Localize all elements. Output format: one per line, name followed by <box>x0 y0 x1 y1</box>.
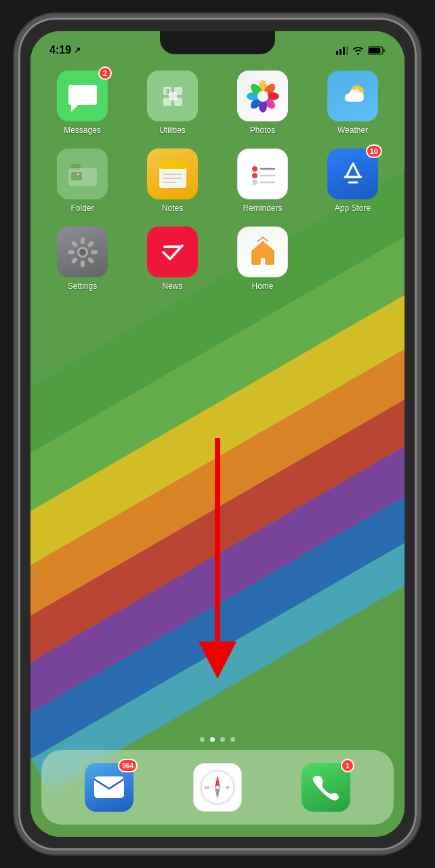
svg-rect-54 <box>87 240 94 248</box>
phone-icon: 1 <box>302 763 350 812</box>
svg-rect-35 <box>71 172 82 180</box>
settings-label: Settings <box>68 281 97 291</box>
dock-mail[interactable]: 964 <box>85 763 133 812</box>
app-messages[interactable]: 2 Messages <box>44 71 121 135</box>
dock-phone[interactable]: 1 <box>302 763 350 812</box>
phone-frame: 4:19 ↗ <box>14 14 421 854</box>
news-label: News <box>162 281 182 291</box>
svg-rect-56 <box>87 256 94 264</box>
app-photos[interactable]: Photos <box>224 71 301 135</box>
news-icon <box>147 226 198 277</box>
svg-point-52 <box>79 249 86 256</box>
app-home[interactable]: Home <box>224 226 301 291</box>
app-notes[interactable]: Notes <box>134 149 211 213</box>
notch <box>160 31 275 54</box>
notes-icon <box>147 149 198 199</box>
status-icons <box>336 46 386 55</box>
appstore-icon: 10 <box>327 149 378 199</box>
status-time: 4:19 ↗ <box>49 44 81 56</box>
reminders-icon <box>237 149 288 199</box>
svg-point-47 <box>252 180 257 185</box>
screen: 4:19 ↗ <box>30 31 405 837</box>
app-reminders[interactable]: Reminders <box>224 149 301 213</box>
utilities-icon: 8 ☉ <box>147 71 198 121</box>
phone-badge: 1 <box>341 759 354 772</box>
dot-4 <box>230 737 235 742</box>
dock-safari[interactable]: N S W E <box>193 763 242 812</box>
folder-icon <box>57 149 108 199</box>
dot-1 <box>200 737 205 742</box>
battery-icon <box>368 46 386 55</box>
reminders-label: Reminders <box>243 203 282 213</box>
app-settings[interactable]: Settings <box>44 226 121 291</box>
svg-rect-53 <box>81 237 85 244</box>
svg-text:E: E <box>226 785 230 790</box>
svg-rect-9 <box>336 51 338 55</box>
dock: 964 N S W <box>41 750 394 825</box>
appstore-badge: 10 <box>366 144 382 158</box>
time-display: 4:19 <box>49 44 71 56</box>
weather-icon <box>327 71 378 121</box>
app-grid: 2 Messages 8 ☉ Utilities <box>44 71 391 291</box>
svg-rect-20 <box>174 98 182 106</box>
signal-icon <box>336 46 348 55</box>
svg-point-31 <box>257 91 268 102</box>
page-dots <box>200 737 235 742</box>
svg-text:8: 8 <box>166 89 169 95</box>
app-folder[interactable]: Folder <box>44 149 121 213</box>
messages-label: Messages <box>64 125 101 135</box>
app-appstore[interactable]: 10 App Store <box>314 149 391 213</box>
utilities-label: Utilities <box>159 125 186 135</box>
appstore-label: App Store <box>335 203 371 213</box>
dot-2 <box>210 737 215 742</box>
svg-rect-58 <box>70 256 78 264</box>
svg-rect-60 <box>70 240 78 248</box>
arrow-annotation <box>199 438 236 679</box>
weather-label: Weather <box>337 125 368 135</box>
safari-icon: N S W E <box>193 763 242 812</box>
location-icon: ↗ <box>74 45 81 55</box>
app-weather[interactable]: Weather <box>314 71 391 135</box>
photos-icon <box>237 71 288 121</box>
wifi-icon <box>352 46 364 55</box>
svg-rect-37 <box>77 174 79 175</box>
svg-rect-12 <box>346 46 348 55</box>
settings-icon <box>57 226 108 277</box>
app-utilities[interactable]: 8 ☉ Utilities <box>134 71 211 135</box>
svg-text:N: N <box>215 777 219 782</box>
folder-label: Folder <box>70 203 94 213</box>
svg-rect-15 <box>369 47 381 53</box>
home-icon <box>237 226 288 277</box>
svg-rect-59 <box>68 250 75 254</box>
svg-text:W: W <box>205 785 209 790</box>
svg-rect-10 <box>339 49 341 55</box>
dot-3 <box>220 737 225 742</box>
svg-point-45 <box>252 173 257 178</box>
svg-rect-11 <box>343 47 345 55</box>
svg-text:S: S <box>215 792 219 797</box>
mail-badge: 964 <box>118 759 138 772</box>
mail-icon: 964 <box>85 763 133 812</box>
photos-label: Photos <box>250 125 275 135</box>
svg-rect-14 <box>384 49 386 52</box>
svg-rect-39 <box>159 161 186 169</box>
svg-point-43 <box>252 166 257 172</box>
home-label: Home <box>251 281 273 291</box>
notes-label: Notes <box>162 203 183 213</box>
svg-rect-36 <box>72 174 75 175</box>
svg-rect-55 <box>91 250 98 254</box>
messages-badge: 2 <box>98 66 112 80</box>
svg-rect-63 <box>94 776 124 798</box>
messages-icon: 2 <box>57 71 108 121</box>
svg-rect-57 <box>81 260 85 267</box>
app-news[interactable]: News <box>134 226 211 291</box>
